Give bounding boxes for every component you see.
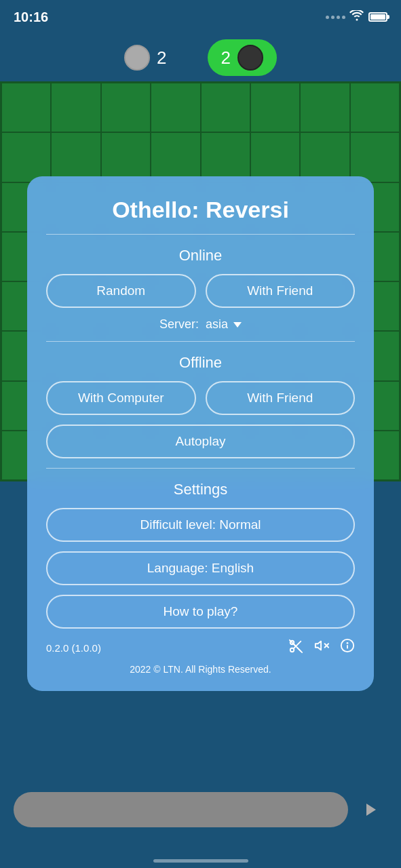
server-select[interactable]: asia [206, 317, 242, 332]
random-button[interactable]: Random [46, 274, 196, 308]
wifi-icon [349, 10, 364, 24]
home-indicator [153, 859, 248, 863]
difficulty-button[interactable]: Difficult level: Normal [46, 508, 355, 542]
board-cell[interactable] [300, 83, 349, 132]
language-button[interactable]: Language: English [46, 551, 355, 585]
signal-dots-icon [326, 16, 345, 19]
board-cell[interactable] [151, 132, 200, 182]
player2-count: 2 [221, 47, 231, 68]
server-label: Server: [159, 317, 199, 332]
player1-piece [124, 45, 150, 71]
chevron-down-icon [233, 322, 242, 328]
offline-section-label: Offline [46, 354, 355, 372]
board-cell[interactable] [250, 132, 300, 182]
board-cell[interactable] [250, 83, 300, 132]
board-cell[interactable] [101, 132, 151, 182]
status-icons [326, 10, 387, 24]
main-modal: Othello: Reversi Online Random With Frie… [27, 176, 374, 691]
board-cell[interactable] [201, 83, 250, 132]
battery-icon [368, 12, 387, 22]
board-cell[interactable] [1, 83, 51, 132]
svg-marker-12 [366, 804, 376, 816]
scissors-icon[interactable] [288, 639, 303, 657]
settings-section-label: Settings [46, 481, 355, 498]
copyright-text: 2022 © LTN. All Rights Reserved. [46, 664, 355, 675]
offline-buttons-row: With Computer With Friend [46, 381, 355, 415]
modal-title: Othello: Reversi [46, 197, 355, 223]
footer-row: 0.2.0 (1.0.0) [46, 638, 355, 657]
online-section-label: Online [46, 247, 355, 264]
modal-divider-2 [46, 341, 355, 342]
how-to-play-button[interactable]: How to play? [46, 595, 355, 629]
status-time: 10:16 [14, 9, 48, 25]
player1-score: 2 [124, 45, 166, 71]
board-cell[interactable] [300, 132, 349, 182]
svg-marker-6 [316, 642, 321, 650]
board-cell[interactable] [350, 132, 400, 182]
player2-score: 2 [208, 39, 277, 76]
text-input[interactable] [14, 792, 348, 827]
online-buttons-row: Random With Friend [46, 274, 355, 308]
version-text: 0.2.0 (1.0.0) [46, 642, 101, 654]
info-icon[interactable] [340, 638, 355, 657]
mute-icon[interactable] [314, 638, 329, 657]
send-button[interactable] [355, 793, 387, 826]
score-bar: 2 2 [0, 34, 401, 81]
with-computer-button[interactable]: With Computer [46, 381, 196, 415]
server-row: Server: asia [46, 317, 355, 332]
board-cell[interactable] [101, 83, 151, 132]
autoplay-button[interactable]: Autoplay [46, 425, 355, 458]
board-cell[interactable] [151, 83, 200, 132]
bottom-bar [0, 785, 401, 834]
with-friend-offline-button[interactable]: With Friend [206, 381, 356, 415]
board-cell[interactable] [51, 83, 100, 132]
server-value: asia [206, 317, 228, 332]
modal-divider-1 [46, 234, 355, 235]
status-bar: 10:16 [0, 0, 401, 34]
board-cell[interactable] [1, 132, 51, 182]
modal-divider-3 [46, 468, 355, 469]
footer-icons [288, 638, 355, 657]
board-cell[interactable] [350, 83, 400, 132]
board-cell[interactable] [201, 132, 250, 182]
board-cell[interactable] [51, 132, 100, 182]
player2-piece [237, 45, 263, 71]
with-friend-online-button[interactable]: With Friend [206, 274, 356, 308]
player1-count: 2 [157, 47, 166, 68]
